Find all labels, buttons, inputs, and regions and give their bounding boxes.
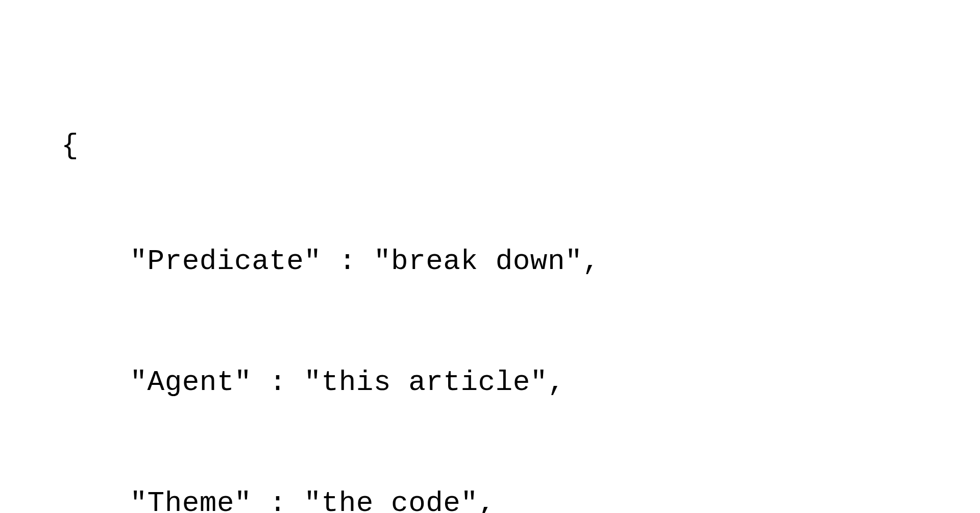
entry-value: "the code" [304,487,478,513]
entry-trailing: , [582,245,600,278]
entry-row: "Predicate" : "break down", [61,247,980,311]
entry-sep: : [252,366,304,399]
entry-key: "Theme" [130,487,252,513]
entry-sep: : [322,245,374,278]
entry-value: "break down" [374,245,582,278]
json-code-block: { "Predicate" : "break down", "Agent" : … [61,74,980,513]
entry-row: "Agent" : "this article", [61,368,980,432]
entry-key: "Agent" [130,366,252,399]
entry-trailing: , [478,487,496,513]
entry-key: "Predicate" [130,245,321,278]
entry-sep: : [252,487,304,513]
entry-trailing: , [548,366,565,399]
open-brace: { [61,131,980,190]
entry-value: "this article" [304,366,548,399]
entry-row: "Theme" : "the code", [61,489,980,513]
